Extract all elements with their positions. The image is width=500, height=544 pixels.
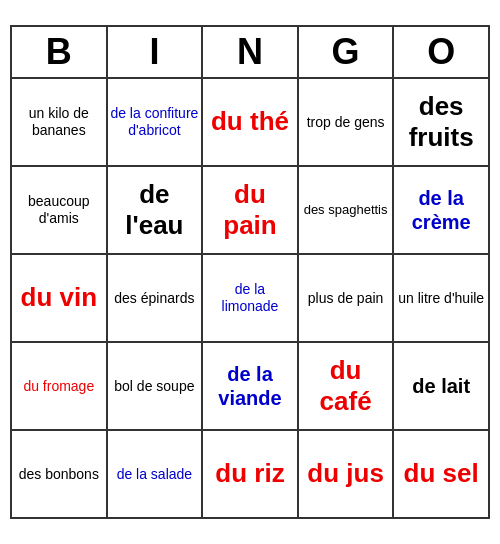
bingo-cell-0-0: un kilo de bananes	[11, 78, 107, 166]
header-b: B	[11, 26, 107, 78]
bingo-row-3: du fromagebol de soupede la viandedu caf…	[11, 342, 489, 430]
bingo-cell-4-3: du jus	[298, 430, 394, 518]
bingo-cell-4-0: des bonbons	[11, 430, 107, 518]
bingo-cell-1-0: beaucoup d'amis	[11, 166, 107, 254]
bingo-cell-1-2: du pain	[202, 166, 298, 254]
bingo-row-1: beaucoup d'amisde l'eaudu paindes spaghe…	[11, 166, 489, 254]
bingo-card: B I N G O un kilo de bananesde la confit…	[10, 25, 490, 519]
bingo-row-0: un kilo de bananesde la confiture d'abri…	[11, 78, 489, 166]
bingo-cell-4-1: de la salade	[107, 430, 203, 518]
bingo-cell-0-4: des fruits	[393, 78, 489, 166]
bingo-cell-2-3: plus de pain	[298, 254, 394, 342]
bingo-cell-1-4: de la crème	[393, 166, 489, 254]
bingo-cell-3-1: bol de soupe	[107, 342, 203, 430]
bingo-row-2: du vindes épinardsde la limonadeplus de …	[11, 254, 489, 342]
bingo-row-4: des bonbonsde la saladedu rizdu jusdu se…	[11, 430, 489, 518]
bingo-cell-4-2: du riz	[202, 430, 298, 518]
header-n: N	[202, 26, 298, 78]
bingo-cell-2-0: du vin	[11, 254, 107, 342]
bingo-cell-3-0: du fromage	[11, 342, 107, 430]
bingo-cell-4-4: du sel	[393, 430, 489, 518]
bingo-cell-3-4: de lait	[393, 342, 489, 430]
header-i: I	[107, 26, 203, 78]
bingo-cell-2-2: de la limonade	[202, 254, 298, 342]
bingo-cell-3-2: de la viande	[202, 342, 298, 430]
bingo-cell-1-1: de l'eau	[107, 166, 203, 254]
bingo-cell-2-1: des épinards	[107, 254, 203, 342]
bingo-cell-1-3: des spaghettis	[298, 166, 394, 254]
header-row: B I N G O	[11, 26, 489, 78]
bingo-table: B I N G O un kilo de bananesde la confit…	[10, 25, 490, 519]
header-o: O	[393, 26, 489, 78]
bingo-cell-0-3: trop de gens	[298, 78, 394, 166]
bingo-cell-0-1: de la confiture d'abricot	[107, 78, 203, 166]
bingo-cell-3-3: du café	[298, 342, 394, 430]
bingo-cell-0-2: du thé	[202, 78, 298, 166]
header-g: G	[298, 26, 394, 78]
bingo-cell-2-4: un litre d'huile	[393, 254, 489, 342]
